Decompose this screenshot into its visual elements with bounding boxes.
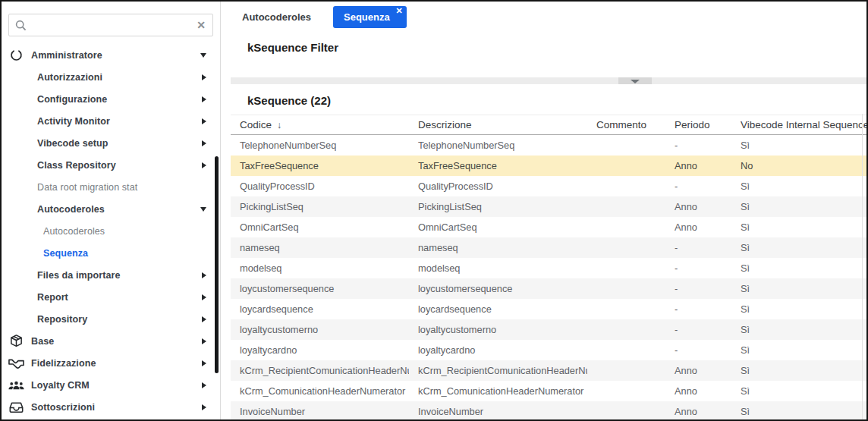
cell-vibecode: Sì xyxy=(731,299,866,319)
search-icon xyxy=(9,20,32,31)
cell-descrizione: modelseq xyxy=(409,258,587,278)
sidebar-item-label: Amministratore xyxy=(31,50,102,61)
chevron-right-icon xyxy=(202,360,206,366)
cell-commento xyxy=(587,360,665,381)
sidebar-item-report[interactable]: Report xyxy=(2,286,220,308)
cell-periodo: - xyxy=(665,340,731,360)
cell-periodo: Anno xyxy=(665,401,731,420)
sidebar-item-repository[interactable]: Repository xyxy=(2,308,220,330)
cell-codice: loyaltycustomerno xyxy=(231,319,409,340)
table-row[interactable]: TaxFreeSequenceTaxFreeSequenceAnnoNo xyxy=(231,156,866,176)
chevron-right-icon xyxy=(202,140,206,146)
sidebar-item-sequenza[interactable]: Sequenza xyxy=(2,242,220,264)
cell-vibecode: Sì xyxy=(731,176,866,196)
sidebar-scrollbar[interactable] xyxy=(215,156,219,373)
sidebar-item-label: Base xyxy=(31,336,54,347)
column-header-periodo[interactable]: Periodo xyxy=(665,115,731,135)
cell-periodo: - xyxy=(665,237,731,258)
chevron-down-icon xyxy=(631,80,640,83)
cell-descrizione: kCrm_RecipientComunicationHeaderNume… xyxy=(409,360,587,381)
sidebar-item-autocoderoles[interactable]: Autocoderoles xyxy=(2,220,220,242)
cell-codice: TaxFreeSequence xyxy=(231,156,409,176)
cell-codice: InvoiceNumber xyxy=(231,401,409,420)
cell-descrizione: OmniCartSeq xyxy=(409,217,587,237)
sidebar-item-label: Vibecode setup xyxy=(37,138,108,149)
sidebar-item-data-root-migration-stat[interactable]: Data root migration stat xyxy=(2,176,220,198)
sidebar-item-label: Sottoscrizioni xyxy=(31,402,95,413)
admin-ring-icon xyxy=(8,49,24,62)
sidebar: ✕ AmministratoreAutorizzazioniConfiguraz… xyxy=(2,2,221,419)
inbox-icon xyxy=(8,401,24,414)
table-right-scroll-track[interactable] xyxy=(862,114,863,419)
sidebar-menu: AmministratoreAutorizzazioniConfigurazio… xyxy=(2,44,220,418)
table-row[interactable]: loycustomersequenceloycustomersequence-S… xyxy=(231,278,866,299)
cell-commento xyxy=(587,156,665,176)
cell-periodo: - xyxy=(665,278,731,299)
clear-search-icon[interactable]: ✕ xyxy=(190,19,212,31)
table-row[interactable]: loycardsequenceloycardsequence-Sì xyxy=(231,299,866,319)
table-row[interactable]: OmniCartSeqOmniCartSeqAnnoSì xyxy=(231,217,866,237)
cell-codice: modelseq xyxy=(231,258,409,278)
sidebar-item-loyalty-crm[interactable]: Loyalty CRM xyxy=(2,374,220,396)
sidebar-item-label: Data root migration stat xyxy=(37,182,137,193)
sidebar-item-autorizzazioni[interactable]: Autorizzazioni xyxy=(2,66,220,88)
cell-codice: loycustomersequence xyxy=(231,278,409,299)
cell-codice: loycardsequence xyxy=(231,299,409,319)
sidebar-item-vibecode-setup[interactable]: Vibecode setup xyxy=(2,132,220,154)
table-row[interactable]: QualityProcessIDQualityProcessID-Sì xyxy=(231,176,866,196)
cell-commento xyxy=(587,299,665,319)
sidebar-item-base[interactable]: Base xyxy=(2,330,220,352)
sidebar-item-class-repository[interactable]: Class Repository xyxy=(2,154,220,176)
table-row[interactable]: kCrm_RecipientComunicationHeaderNume…kCr… xyxy=(231,360,866,381)
cell-commento xyxy=(587,319,665,340)
sidebar-item-activity-monitor[interactable]: Activity Monitor xyxy=(2,110,220,132)
cell-descrizione: TelephoneNumberSeq xyxy=(409,135,587,156)
cell-vibecode: Sì xyxy=(731,217,866,237)
column-header-commento[interactable]: Commento xyxy=(587,115,665,135)
cell-codice: QualityProcessID xyxy=(231,176,409,196)
close-tab-icon[interactable]: ✕ xyxy=(395,6,402,16)
cell-descrizione: kCrm_ComunicationHeaderNumerator xyxy=(409,381,587,401)
sidebar-item-label: Sequenza xyxy=(43,248,88,259)
column-header-codice[interactable]: Codice↓ xyxy=(231,115,409,135)
chevron-right-icon xyxy=(202,118,206,124)
sidebar-item-label: Class Repository xyxy=(37,160,116,171)
sidebar-item-fidelizzazione[interactable]: Fidelizzazione xyxy=(2,352,220,374)
search-input[interactable] xyxy=(32,14,190,36)
tab-autocoderoles[interactable]: Autocoderoles xyxy=(242,11,311,23)
cell-codice: PickingListSeq xyxy=(231,196,409,217)
sidebar-item-label: Fidelizzazione xyxy=(31,358,96,369)
sidebar-item-files-da-importare[interactable]: Files da importare xyxy=(2,264,220,286)
cell-descrizione: loycardsequence xyxy=(409,299,587,319)
sidebar-item-amministratore[interactable]: Amministratore xyxy=(2,44,220,66)
tab-sequenza[interactable]: Sequenza ✕ xyxy=(333,6,407,28)
sequence-table: Codice↓ Descrizione Commento Periodo Vib… xyxy=(231,115,866,419)
sidebar-content-gutter xyxy=(221,2,231,419)
cell-descrizione: PickingListSeq xyxy=(409,196,587,217)
sidebar-item-configurazione[interactable]: Configurazione xyxy=(2,88,220,110)
table-row[interactable]: modelseqmodelseq-Sì xyxy=(231,258,866,278)
cell-descrizione: TaxFreeSequence xyxy=(409,156,587,176)
sidebar-item-sottoscrizioni[interactable]: Sottoscrizioni xyxy=(2,396,220,418)
table-row[interactable]: kCrm_ComunicationHeaderNumeratorkCrm_Com… xyxy=(231,381,866,401)
cell-commento xyxy=(587,340,665,360)
cell-vibecode: Sì xyxy=(731,360,866,381)
table-row[interactable]: InvoiceNumberInvoiceNumberAnnoSì xyxy=(231,401,866,420)
cell-periodo: Anno xyxy=(665,156,731,176)
table-row[interactable]: loyaltycustomernoloyaltycustomerno-Sì xyxy=(231,319,866,340)
sidebar-item-autocoderoles[interactable]: Autocoderoles xyxy=(2,198,220,220)
column-header-vibecode[interactable]: Vibecode Internal Sequence xyxy=(731,115,866,135)
expand-filter-button[interactable] xyxy=(618,77,652,84)
table-row[interactable]: nameseqnameseq-Sì xyxy=(231,237,866,258)
cell-periodo: Anno xyxy=(665,196,731,217)
sidebar-item-label: Autocoderoles xyxy=(43,226,105,237)
handshake-icon xyxy=(8,357,24,370)
table-row[interactable]: loyaltycardnoloyaltycardno-Sì xyxy=(231,340,866,360)
list-section-title: kSequence (22) xyxy=(247,94,866,107)
tab-sequenza-label: Sequenza xyxy=(344,11,390,23)
table-row[interactable]: PickingListSeqPickingListSeqAnnoSì xyxy=(231,196,866,217)
chevron-down-icon xyxy=(200,53,206,58)
filter-collapse-band xyxy=(231,77,866,84)
table-row[interactable]: TelephoneNumberSeqTelephoneNumberSeq-Sì xyxy=(231,135,866,156)
column-header-descrizione[interactable]: Descrizione xyxy=(409,115,587,135)
